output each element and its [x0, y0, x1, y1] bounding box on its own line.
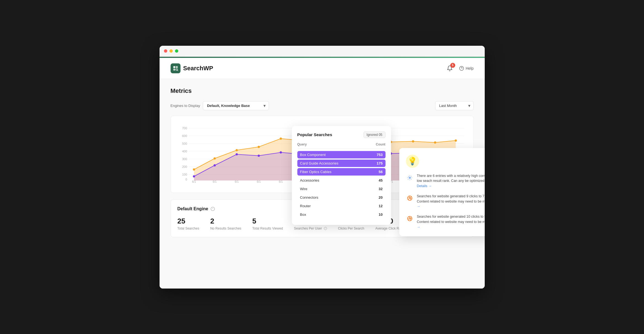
header-actions: 5 Help — [445, 63, 474, 73]
header: SearchWP 5 Help — [160, 58, 485, 79]
stat-label-total-searches: Total Searches — [177, 227, 199, 230]
insight-text-2: Searches for website generated 9 clicks … — [417, 194, 485, 209]
svg-text:100: 100 — [182, 173, 187, 176]
search-query-3: Fiber Optics Cables — [300, 170, 332, 174]
search-count-2: 175 — [377, 161, 383, 165]
stat-value-no-results: 2 — [210, 217, 241, 225]
insight-item-3: Searches for website generated 10 clicks… — [406, 214, 485, 230]
stat-no-results: 2 No Results Searches — [210, 217, 241, 230]
engines-label: Engines to Display — [171, 104, 200, 108]
svg-text:6/1: 6/1 — [235, 180, 239, 183]
insight-icon-2 — [406, 194, 414, 202]
stat-label-no-results: No Results Searches — [210, 227, 241, 230]
insight-text-3: Searches for website generated 10 clicks… — [417, 214, 485, 230]
search-count-3: 56 — [379, 170, 382, 174]
insights-popup: 💡 There are 6 entries with a relatively … — [399, 148, 485, 236]
close-dot[interactable] — [164, 49, 167, 53]
svg-text:0: 0 — [185, 178, 187, 181]
engines-selector: Engines to Display Default, Knowledge Ba… — [171, 101, 269, 110]
search-count-4: 45 — [379, 178, 382, 182]
time-select-container: Last Month ▾ — [435, 101, 474, 110]
logo-text: SearchWP — [183, 65, 213, 72]
search-query-8: Box — [300, 212, 306, 217]
engines-select-container: Default, Knowledge Base ▾ — [203, 101, 269, 110]
engine-title-text: Default Engine — [177, 206, 208, 211]
search-row-6[interactable]: Connectors 20 — [297, 194, 386, 201]
svg-rect-1 — [176, 66, 178, 68]
popular-searches-popup: Popular Searches Ignored 05 Query Count … — [292, 126, 391, 225]
notification-badge: 5 — [450, 63, 455, 68]
search-row-5[interactable]: Wire 32 — [297, 185, 386, 193]
svg-text:300: 300 — [182, 157, 187, 161]
svg-rect-0 — [173, 66, 175, 68]
orange-dot — [434, 141, 436, 144]
search-count-5: 32 — [379, 187, 382, 191]
search-count-8: 10 — [379, 212, 382, 217]
svg-text:6/1: 6/1 — [279, 180, 283, 183]
content-area: Metrics Engines to Display Default, Know… — [160, 79, 485, 289]
popular-searches-title: Popular Searches — [297, 132, 332, 137]
svg-text:6/1: 6/1 — [257, 180, 261, 183]
search-row-3[interactable]: Fiber Optics Cables 56 — [297, 168, 386, 176]
help-button[interactable]: Help — [459, 66, 474, 71]
app-window: SearchWP 5 Help Metrics — [160, 46, 485, 289]
logo-icon — [171, 63, 180, 73]
purple-dot — [214, 164, 216, 166]
info-icon — [211, 207, 215, 211]
search-query-7: Router — [300, 204, 311, 208]
orange-dot — [455, 139, 457, 142]
minimize-dot[interactable] — [169, 49, 173, 53]
purple-dot — [193, 175, 195, 177]
stat-value-results-viewed: 5 — [252, 217, 283, 225]
search-row-1[interactable]: Box Component 753 — [297, 151, 386, 158]
time-select[interactable]: Last Month — [435, 101, 474, 110]
stat-results-viewed: 5 Total Results Viewed — [252, 217, 283, 230]
insight-icon-3 — [406, 215, 414, 222]
search-count-7: 12 — [379, 204, 382, 208]
svg-text:200: 200 — [182, 165, 187, 168]
svg-line-4 — [177, 70, 178, 71]
search-row-4[interactable]: Accessories 45 — [297, 177, 386, 184]
purple-dot — [280, 151, 282, 153]
maximize-dot[interactable] — [175, 49, 178, 53]
search-query-6: Connectors — [300, 195, 318, 200]
search-query-1: Box Component — [300, 153, 326, 157]
popup-table-header: Query Count — [297, 142, 386, 149]
stat-value-total-searches: 25 — [177, 217, 199, 225]
notification-button[interactable]: 5 — [445, 63, 455, 73]
stat-label-results-viewed: Total Results Viewed — [252, 227, 283, 230]
svg-text:700: 700 — [182, 126, 187, 130]
logo: SearchWP — [171, 63, 213, 73]
svg-text:600: 600 — [182, 134, 187, 138]
orange-dot — [412, 140, 414, 142]
insight-item-2: Searches for website generated 9 clicks … — [406, 194, 485, 209]
orange-dot — [214, 157, 216, 160]
search-row-2[interactable]: Card Guide Accessories 175 — [297, 160, 386, 167]
page-title: Metrics — [171, 87, 474, 95]
search-count-6: 20 — [379, 195, 382, 200]
insights-header: 💡 — [406, 155, 485, 168]
svg-text:400: 400 — [182, 150, 187, 153]
bulb-icon: 💡 — [406, 155, 419, 168]
insight-link-1[interactable]: Details → — [417, 184, 432, 188]
svg-text:500: 500 — [182, 142, 187, 145]
svg-text:6/1: 6/1 — [213, 180, 217, 183]
col-count-header: Count — [376, 142, 386, 146]
insight-icon-1 — [406, 174, 414, 182]
controls-row: Engines to Display Default, Knowledge Ba… — [171, 101, 474, 110]
help-label: Help — [466, 66, 474, 71]
svg-text:6/1: 6/1 — [192, 180, 196, 183]
orange-dot — [280, 138, 282, 140]
engines-select[interactable]: Default, Knowledge Base — [203, 101, 269, 110]
svg-point-41 — [409, 177, 410, 178]
purple-dot — [236, 153, 238, 155]
stat-label-clicks-per-search: Clicks Per Search — [338, 227, 364, 230]
search-row-8[interactable]: Box 10 — [297, 211, 386, 218]
insight-text-1: There are 6 entries with a relatively hi… — [417, 173, 485, 189]
purple-dot — [258, 155, 260, 157]
search-query-2: Card Guide Accessories — [300, 161, 338, 165]
search-count-1: 753 — [377, 153, 383, 157]
stat-total-searches: 25 Total Searches — [177, 217, 199, 230]
search-row-7[interactable]: Router 12 — [297, 202, 386, 210]
orange-dot — [258, 146, 260, 148]
